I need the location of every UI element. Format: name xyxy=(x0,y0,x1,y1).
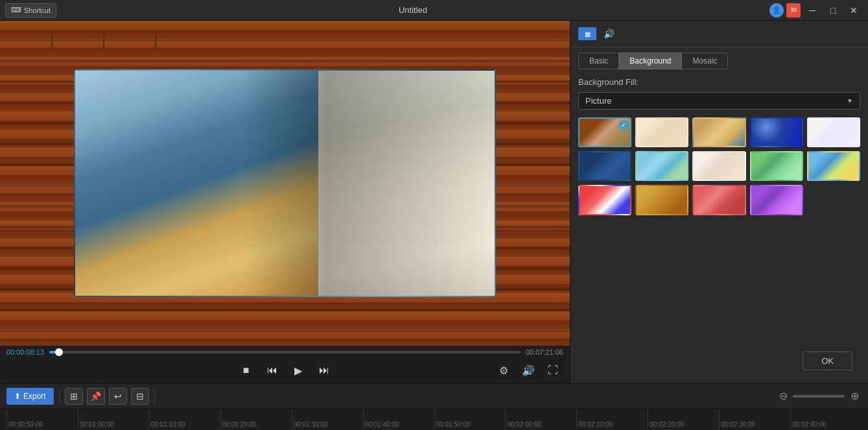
zoom-control: ⊖ ⊕ xyxy=(776,389,862,403)
thumb-purple[interactable] xyxy=(750,185,803,215)
thumb-game3[interactable] xyxy=(750,151,803,181)
undo-button[interactable]: ↩ xyxy=(109,388,127,405)
time-marker-6: 00:01:50:00 xyxy=(434,409,506,431)
thumb-game1[interactable] xyxy=(635,151,688,181)
fill-type-select[interactable]: Picture ▼ xyxy=(578,92,860,110)
time-marker-2: 00:01:10:00 xyxy=(149,409,220,431)
stop-button[interactable]: ■ xyxy=(236,360,257,381)
volume-button[interactable]: 🔊 xyxy=(518,360,539,381)
mail-icon[interactable]: ✉ xyxy=(786,3,801,18)
right-panel: ▦ 🔊 Basic Background Mosaic Background F… xyxy=(570,21,868,383)
time-marker-5: 00:01:40:00 xyxy=(363,409,434,431)
bg-fill-label: Background Fill: xyxy=(578,77,860,87)
ok-button-area: OK xyxy=(570,346,868,383)
thumb-space[interactable] xyxy=(750,117,803,147)
titlebar: ⌨ Shortcut Untitled 👤 ✉ ─ □ ✕ xyxy=(0,0,868,21)
total-time: 00:07:21:06 xyxy=(526,348,563,356)
time-marker-7: 00:02:00:00 xyxy=(505,409,576,431)
tab-mosaic[interactable]: Mosaic xyxy=(681,53,728,69)
chevron-down-icon: ▼ xyxy=(847,97,853,104)
time-marker-10: 00:02:30:00 xyxy=(719,409,790,431)
window-title: Untitled xyxy=(56,5,769,15)
playback-controls: ■ ⏮ ▶ ⏭ ⚙ 🔊 ⛶ xyxy=(6,360,563,381)
fullscreen-button[interactable]: ⛶ xyxy=(543,360,563,381)
zoom-slider[interactable] xyxy=(793,395,845,398)
thumb-sand[interactable] xyxy=(635,117,688,147)
time-marker-0: 00:00:50:00 xyxy=(6,409,78,431)
toolbar-separator-1 xyxy=(59,390,60,403)
time-marker-3: 00:01:20:00 xyxy=(220,409,292,431)
progress-bar-container: 00:00:08:13 00:07:21:06 xyxy=(6,348,563,356)
thumb-game2[interactable] xyxy=(692,151,745,181)
play-button[interactable]: ▶ xyxy=(288,360,309,381)
panel-content: Background Fill: Picture ▼ ✓ xyxy=(570,69,868,346)
progress-bar[interactable] xyxy=(49,351,521,353)
time-marker-9: 00:02:20:00 xyxy=(648,409,719,431)
thumb-city[interactable] xyxy=(807,151,860,181)
progress-thumb xyxy=(55,348,63,356)
time-marker-4: 00:01:30:00 xyxy=(292,409,363,431)
thumb-gold[interactable] xyxy=(635,185,688,215)
thumb-comic[interactable] xyxy=(578,185,631,215)
zoom-in-button[interactable]: ⊕ xyxy=(847,389,862,403)
thumb-ocean[interactable] xyxy=(578,151,631,181)
current-time: 00:00:08:13 xyxy=(6,348,44,356)
thumb-desert[interactable] xyxy=(692,117,745,147)
layout-button[interactable]: ⊞ xyxy=(65,388,83,405)
ctrl-right-icons: ⚙ 🔊 ⛶ xyxy=(493,360,563,381)
timeline: 00:00:50:00 00:01:00:00 00:01:10:00 00:0… xyxy=(0,408,868,430)
time-marker-8: 00:02:10:00 xyxy=(576,409,648,431)
panel-tabs: Basic Background Mosaic xyxy=(570,47,868,69)
titlebar-controls: 👤 ✉ ─ □ ✕ xyxy=(769,3,863,18)
toolbar-separator-2 xyxy=(154,390,155,403)
step-back-button[interactable]: ⏮ xyxy=(262,360,283,381)
settings-button[interactable]: ⚙ xyxy=(493,360,514,381)
export-icon: ⬆ xyxy=(14,392,21,401)
minimize-button[interactable]: ─ xyxy=(803,3,821,18)
video-container xyxy=(0,21,570,346)
thumb-light[interactable] xyxy=(807,117,860,147)
titlebar-left: ⌨ Shortcut xyxy=(5,3,56,18)
selected-check: ✓ xyxy=(618,120,629,130)
thumb-red[interactable] xyxy=(692,185,745,215)
pin-button[interactable]: 📌 xyxy=(87,388,105,405)
thumb-brick[interactable]: ✓ xyxy=(578,117,631,147)
step-forward-button[interactable]: ⏭ xyxy=(314,360,334,381)
video-panel: 00:00:08:13 00:07:21:06 ■ ⏮ ▶ ⏭ ⚙ 🔊 ⛶ xyxy=(0,21,570,383)
tab-basic[interactable]: Basic xyxy=(578,53,619,69)
main-layout: 00:00:08:13 00:07:21:06 ■ ⏮ ▶ ⏭ ⚙ 🔊 ⛶ xyxy=(0,21,868,383)
timeline-track: 00:00:50:00 00:01:00:00 00:01:10:00 00:0… xyxy=(6,409,862,431)
video-panel-icon: ▦ xyxy=(578,27,596,40)
tab-background[interactable]: Background xyxy=(618,53,682,69)
video-controls: 00:00:08:13 00:07:21:06 ■ ⏮ ▶ ⏭ ⚙ 🔊 ⛶ xyxy=(0,346,570,383)
audio-panel-icon[interactable]: 🔊 xyxy=(602,27,616,40)
keyboard-icon: ⌨ xyxy=(11,6,21,14)
close-button[interactable]: ✕ xyxy=(845,3,863,18)
export-button[interactable]: ⬆ Export xyxy=(6,388,54,405)
ok-button[interactable]: OK xyxy=(803,352,852,370)
panel-header: ▦ 🔊 xyxy=(570,21,868,47)
split-button[interactable]: ⊟ xyxy=(131,388,149,405)
user-icon[interactable]: 👤 xyxy=(769,3,784,18)
maximize-button[interactable]: □ xyxy=(824,3,842,18)
fill-type-value: Picture xyxy=(585,96,847,106)
time-marker-1: 00:01:00:00 xyxy=(78,409,149,431)
video-frame xyxy=(74,69,495,297)
bottom-toolbar: ⬆ Export ⊞ 📌 ↩ ⊟ ⊖ ⊕ xyxy=(0,383,868,408)
time-marker-11: 00:02:40:00 xyxy=(790,409,862,431)
thumbnail-grid: ✓ xyxy=(578,117,860,215)
shortcut-button[interactable]: ⌨ Shortcut xyxy=(5,3,56,18)
zoom-out-button[interactable]: ⊖ xyxy=(776,389,790,403)
